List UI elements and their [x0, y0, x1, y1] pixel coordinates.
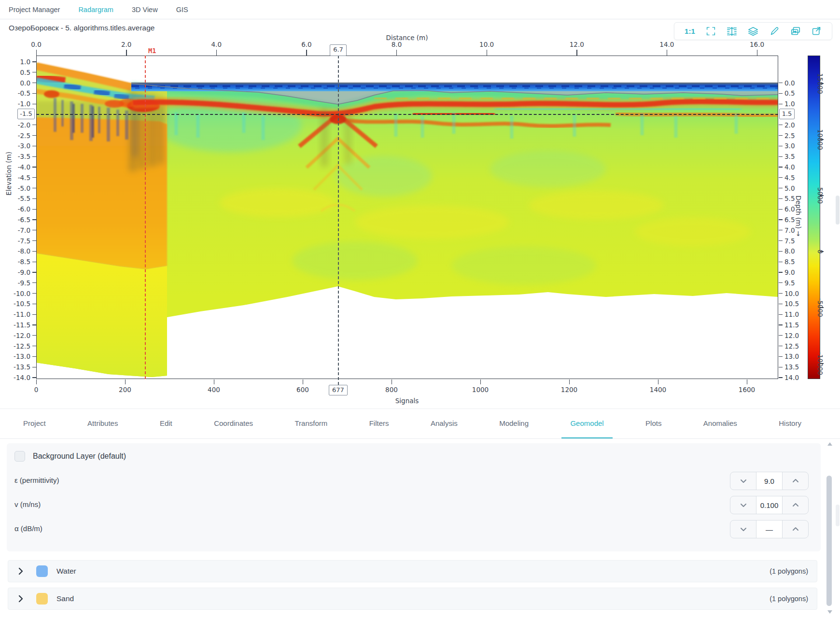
nav-item-gis[interactable]: GIS: [176, 6, 188, 14]
images-icon[interactable]: [790, 26, 801, 37]
tab-filters[interactable]: Filters: [361, 409, 398, 438]
axis-tick-label: 3.5: [784, 153, 795, 160]
axis-tick-label: -6.0: [18, 205, 30, 213]
axis-tick-label: 14.0: [659, 41, 674, 48]
axis-tick: [306, 50, 307, 56]
tab-history[interactable]: History: [770, 409, 810, 438]
axis-tick-label: 13.0: [784, 352, 799, 360]
m1-marker-line[interactable]: [145, 56, 146, 379]
axis-tick-label: 8.5: [784, 258, 795, 266]
axis-tick: [32, 367, 36, 367]
stepper-decrease-button[interactable]: [730, 472, 756, 490]
cursor-signal-label[interactable]: 677: [329, 385, 348, 395]
tab-attributes[interactable]: Attributes: [79, 409, 126, 438]
elevation-marker-line[interactable]: [36, 114, 778, 115]
scroll-up-icon[interactable]: [827, 442, 832, 446]
axis-tick-label: 0.0: [31, 41, 41, 48]
cursor-marker-line[interactable]: [338, 56, 339, 385]
tab-modeling[interactable]: Modeling: [490, 409, 537, 438]
layer-color-swatch[interactable]: [36, 565, 48, 577]
nav-item-3d-view[interactable]: 3D View: [132, 6, 158, 14]
page-scrollbar-thumb[interactable]: [836, 196, 840, 225]
nav-item-radargram[interactable]: Radargram: [78, 6, 113, 14]
param-label: ε (permittivity): [14, 476, 59, 484]
cursor-distance-label[interactable]: 6.7: [330, 44, 347, 56]
axis-tick: [779, 262, 783, 262]
axis-tick-label: 200: [119, 386, 131, 394]
page-scrollbar-thumb-2[interactable]: [836, 505, 840, 526]
layer-row-sand[interactable]: Sand(1 polygons): [8, 588, 817, 610]
axis-tick: [303, 380, 303, 384]
top-navbar: Project ManagerRadargram3D ViewGIS: [0, 0, 840, 19]
axis-tick: [32, 188, 36, 188]
axis-tick: [32, 198, 36, 199]
axis-tick: [32, 251, 36, 252]
param-value[interactable]: 0.100: [756, 496, 783, 514]
tab-edit[interactable]: Edit: [151, 409, 181, 438]
layers-icon[interactable]: [748, 26, 758, 37]
axis-tick: [779, 272, 783, 272]
axis-tick-label: 600: [296, 386, 309, 394]
axis-tick: [779, 346, 783, 346]
axis-tick: [779, 324, 783, 325]
axis-tick: [779, 188, 783, 188]
tab-geomodel[interactable]: Geomodel: [561, 409, 612, 438]
param-value[interactable]: 9.0: [756, 472, 783, 490]
open-external-icon[interactable]: [812, 26, 822, 36]
axis-tick: [779, 156, 783, 157]
radargram-canvas[interactable]: [36, 56, 778, 379]
chevron-right-icon[interactable]: [17, 567, 29, 575]
stepper-increase-button[interactable]: [783, 472, 808, 490]
axis-tick-label: 7.5: [784, 237, 795, 245]
axis-tick-label: 1.0: [784, 100, 795, 108]
amplitude-colorbar: [808, 56, 820, 379]
stepper-increase-button[interactable]: [783, 496, 808, 514]
tab-coordinates[interactable]: Coordinates: [205, 409, 262, 438]
param-value[interactable]: —: [756, 521, 783, 538]
axis-tick: [779, 251, 783, 252]
axis-tick: [32, 335, 36, 336]
axis-tick-label: 11.0: [784, 310, 799, 318]
axis-tick: [32, 282, 36, 283]
tab-project[interactable]: Project: [14, 409, 55, 438]
panel-scrollbar-thumb[interactable]: [826, 476, 832, 606]
plot-toolbar: 1:1: [674, 22, 832, 40]
axis-tick: [779, 367, 783, 367]
stepper-decrease-button[interactable]: [730, 521, 756, 538]
nav-item-project-manager[interactable]: Project Manager: [9, 6, 60, 14]
page-title: ОзероБоровск - 5. algorithms.titles.aver…: [9, 24, 154, 32]
tab-plots[interactable]: Plots: [637, 409, 670, 438]
chevron-right-icon[interactable]: [17, 595, 29, 603]
axis-tick: [779, 93, 783, 94]
fullscreen-icon[interactable]: [706, 26, 716, 36]
layer-row-water[interactable]: Water(1 polygons): [8, 560, 817, 582]
elevation-marker-label-left[interactable]: -1.5: [17, 109, 35, 119]
axis-tick: [779, 293, 783, 294]
stepper-increase-button[interactable]: [783, 521, 808, 538]
background-layer-checkbox[interactable]: [14, 451, 25, 462]
axis-tick-label: -1.0: [18, 100, 30, 108]
axis-tick-label: 12.0: [570, 41, 584, 48]
axis-tick: [32, 83, 36, 83]
axis-tick-label: -10.5: [14, 300, 30, 308]
m1-marker-label[interactable]: M1: [148, 47, 156, 55]
tab-analysis[interactable]: Analysis: [422, 409, 466, 438]
axis-tick-label: 1400: [650, 386, 666, 394]
axis-tick-label: 13.5: [784, 363, 799, 371]
axis-tick-label: 400: [208, 386, 220, 394]
axis-tick: [32, 356, 36, 357]
stepper-decrease-button[interactable]: [730, 496, 756, 514]
elevation-marker-label-right[interactable]: 1.5: [779, 109, 795, 119]
tab-transform[interactable]: Transform: [286, 409, 336, 438]
scale-1-1-button[interactable]: 1:1: [685, 27, 695, 35]
axis-tick: [667, 50, 667, 56]
axis-tick: [32, 314, 36, 315]
scroll-down-icon[interactable]: [827, 610, 832, 614]
axis-tick-label: 14.0: [784, 374, 799, 381]
pencil-icon[interactable]: [770, 26, 780, 36]
fit-vertical-icon[interactable]: [727, 26, 737, 37]
axis-tick: [32, 230, 36, 230]
tab-anomalies[interactable]: Anomalies: [695, 409, 746, 438]
axis-tick-label: 1200: [561, 386, 577, 394]
layer-color-swatch[interactable]: [36, 593, 48, 605]
